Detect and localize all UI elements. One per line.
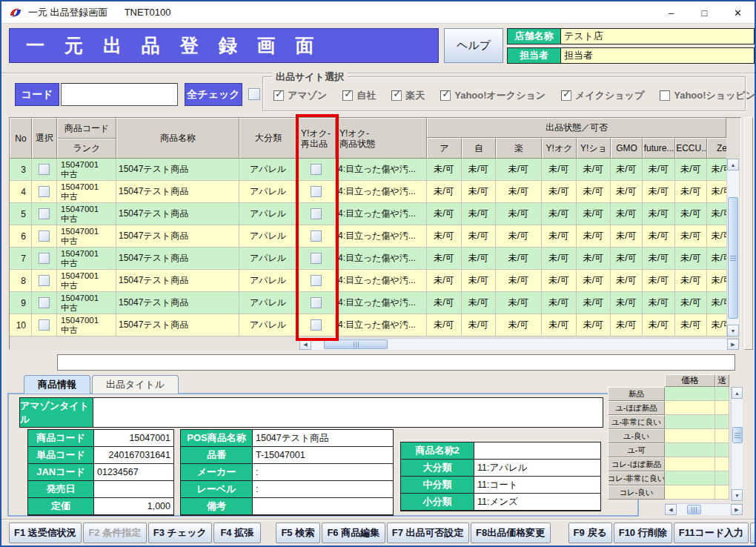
field-value[interactable]: 11:メンズ (474, 494, 600, 510)
scroll-left-button[interactable]: ◀ (665, 504, 677, 515)
shipping-cell[interactable] (715, 471, 729, 485)
scroll-up-button[interactable]: ▲ (732, 387, 743, 399)
function-key-button[interactable]: F1 送受信状況 (9, 523, 82, 543)
shipping-cell[interactable] (715, 401, 729, 415)
relist-checkbox[interactable] (311, 253, 322, 264)
scroll-left-button[interactable]: ◀ (299, 339, 311, 350)
scroll-right-button[interactable]: ▶ (727, 339, 739, 350)
row-select-checkbox[interactable] (39, 186, 50, 197)
relist-checkbox[interactable] (311, 186, 322, 197)
field-value[interactable] (474, 442, 600, 459)
relist-checkbox[interactable] (311, 297, 322, 308)
site-checkbox-item[interactable]: ✓ 楽天 (391, 89, 425, 102)
scroll-track[interactable] (732, 399, 743, 489)
table-row[interactable]: 10 15047001 中古 15047テスト商品 アパレル 4:目立った傷や汚… (10, 314, 726, 337)
relist-checkbox[interactable] (311, 231, 322, 242)
site-checkbox[interactable]: ✓ (440, 90, 451, 101)
minimize-button[interactable]: – (654, 1, 688, 24)
field-value[interactable]: : (253, 481, 393, 497)
site-checkbox[interactable]: ✓ (273, 90, 284, 101)
price-cell[interactable] (665, 387, 715, 401)
field-value[interactable]: : (253, 464, 393, 480)
field-value[interactable]: 15047テスト商品 (253, 430, 393, 446)
function-key-button[interactable]: F10 行削除 (614, 523, 672, 543)
detail-tab[interactable]: 商品情報 (24, 375, 90, 394)
maximize-button[interactable]: □ (688, 1, 721, 24)
relist-checkbox[interactable] (311, 319, 322, 331)
field-value[interactable] (94, 481, 173, 497)
table-row[interactable]: 7 15047001 中古 15047テスト商品 アパレル 4:目立った傷や汚.… (10, 248, 726, 270)
site-checkbox-item[interactable]: ✓ Yahoo!ショッピング (660, 89, 756, 102)
table-row[interactable]: 8 15047001 中古 15047テスト商品 アパレル 4:目立った傷や汚.… (10, 270, 726, 292)
price-horizontal-scrollbar[interactable]: ◀ ▶ (665, 503, 743, 515)
scroll-track[interactable] (727, 170, 739, 325)
person-value[interactable]: 担当者 (561, 48, 754, 63)
relist-checkbox[interactable] (311, 164, 322, 175)
row-select-checkbox[interactable] (39, 253, 50, 264)
function-key-button[interactable]: F4 拡張 (213, 523, 261, 543)
scroll-track[interactable] (677, 504, 731, 515)
message-bar[interactable] (57, 354, 735, 371)
store-name-value[interactable]: テスト店 (561, 29, 754, 44)
site-checkbox[interactable]: ✓ (660, 90, 670, 101)
price-cell[interactable] (665, 429, 715, 443)
scroll-thumb[interactable] (324, 339, 388, 349)
row-select-checkbox[interactable] (39, 231, 50, 242)
field-value[interactable]: 1,000 (94, 498, 173, 514)
price-cell[interactable] (665, 457, 715, 471)
scroll-down-button[interactable]: ▼ (732, 489, 743, 501)
row-select-checkbox[interactable] (39, 297, 50, 308)
code-input[interactable] (61, 83, 178, 106)
table-row[interactable]: 5 15047001 中古 15047テスト商品 アパレル 4:目立った傷や汚.… (10, 203, 726, 225)
price-cell[interactable] (665, 485, 715, 500)
field-value[interactable]: 240167031641 (94, 447, 173, 463)
scroll-thumb[interactable] (728, 197, 738, 319)
scroll-down-button[interactable]: ▼ (727, 325, 739, 337)
row-select-checkbox[interactable] (39, 319, 50, 331)
relist-checkbox[interactable] (311, 275, 322, 286)
table-row[interactable]: 6 15047001 中古 15047テスト商品 アパレル 4:目立った傷や汚.… (10, 225, 726, 248)
function-key-button[interactable]: F3 チェック (148, 523, 212, 543)
shipping-cell[interactable] (715, 457, 729, 471)
row-select-checkbox[interactable] (39, 275, 50, 286)
site-checkbox[interactable]: ✓ (561, 90, 571, 101)
amazon-title-value[interactable] (93, 397, 603, 428)
price-cell[interactable] (665, 415, 715, 429)
function-key-button[interactable]: F5 検索 (276, 523, 320, 543)
site-checkbox[interactable]: ✓ (391, 90, 402, 101)
shipping-cell[interactable] (715, 415, 729, 429)
scroll-track[interactable] (311, 339, 727, 350)
row-select-checkbox[interactable] (39, 208, 50, 219)
help-button[interactable]: ヘルプ (444, 28, 503, 63)
site-checkbox-item[interactable]: ✓ Yahoo!オークション (440, 89, 546, 102)
shipping-cell[interactable] (715, 443, 729, 457)
field-value[interactable] (253, 498, 393, 514)
row-select-checkbox[interactable] (39, 164, 50, 175)
site-checkbox[interactable]: ✓ (342, 90, 353, 101)
field-value[interactable]: 15047001 (94, 430, 173, 446)
table-horizontal-scrollbar[interactable]: ◀ ▶ (299, 338, 739, 350)
function-key-button[interactable]: F9 戻る (568, 523, 612, 543)
table-row[interactable]: 3 15047001 中古 15047テスト商品 アパレル 4:目立った傷や汚.… (10, 159, 726, 181)
shipping-cell[interactable] (715, 485, 729, 500)
scroll-thumb[interactable] (732, 427, 743, 443)
price-vertical-scrollbar[interactable]: ▲ ▼ (731, 387, 743, 501)
function-key-button[interactable]: F11コード入力 (674, 523, 749, 543)
site-checkbox-item[interactable]: ✓ 自社 (342, 89, 376, 102)
function-key-button[interactable]: F6 商品編集 (322, 523, 385, 543)
site-checkbox-item[interactable]: ✓ メイクショップ (561, 89, 644, 102)
function-key-button[interactable]: F12 登録 (750, 523, 756, 543)
function-key-button[interactable]: F7 出品可否設定 (387, 523, 469, 543)
shipping-cell[interactable] (715, 429, 729, 443)
field-value[interactable]: 11:アパレル (474, 460, 600, 476)
field-value[interactable]: 01234567 (94, 464, 173, 480)
detail-tab[interactable]: 出品タイトル (92, 375, 179, 394)
table-row[interactable]: 9 15047001 中古 15047テスト商品 アパレル 4:目立った傷や汚.… (10, 292, 726, 314)
check-all-checkbox[interactable] (248, 88, 260, 100)
site-checkbox-item[interactable]: ✓ アマゾン (273, 89, 327, 102)
scroll-thumb[interactable] (687, 505, 701, 514)
function-key-button[interactable]: F8出品価格変更 (471, 523, 551, 543)
field-value[interactable]: 11:コート (474, 477, 600, 493)
price-cell[interactable] (665, 443, 715, 457)
function-key-button[interactable]: F2 条件指定 (83, 523, 147, 543)
